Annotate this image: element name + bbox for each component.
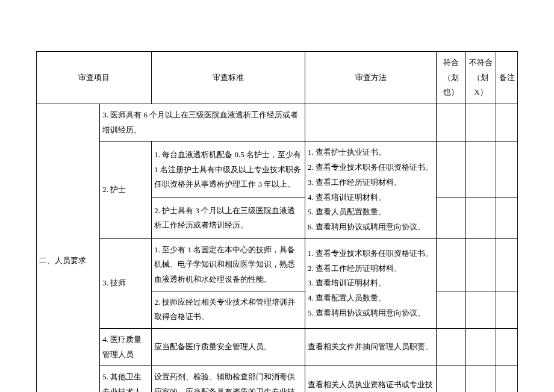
header-row: 审查项目 审查标准 审查方法 符合（划也） 不符合（划 X） 备注 bbox=[37, 52, 518, 104]
nurse-std2: 2. 护士具有 3 个月以上在三级医院血液透析工作经历或者培训经历。 bbox=[152, 198, 305, 238]
nurse-std1: 1. 每台血液透析机配备 0.5 名护士，至少有 1 名注册护士具有中级及以上专… bbox=[152, 142, 305, 198]
note-cell bbox=[496, 291, 518, 328]
conform-cell bbox=[437, 238, 465, 291]
table-row: 3. 技师 1. 至少有 1 名固定在本中心的技师，具备机械、电子学知识和相应医… bbox=[37, 238, 518, 291]
note-cell bbox=[496, 104, 518, 142]
conform-cell bbox=[437, 366, 465, 392]
table-row: 2. 护士 1. 每台血液透析机配备 0.5 名护士，至少有 1 名注册护士具有… bbox=[37, 142, 518, 198]
conform-cell bbox=[437, 142, 465, 198]
note-cell bbox=[496, 238, 518, 291]
nonconform-cell bbox=[465, 142, 496, 198]
header-note: 备注 bbox=[496, 52, 518, 104]
header-nonconform: 不符合（划 X） bbox=[465, 52, 496, 104]
tech-std2: 2. 技师应经过相关专业技术和管理培训并取得合格证书。 bbox=[152, 291, 305, 328]
header-project: 审查项目 bbox=[37, 52, 152, 104]
note-cell bbox=[496, 366, 518, 392]
other-std: 设置药剂、检验、辅助检查部门和消毒供应室的，应当配备具有资质的卫生专业技术人员。 bbox=[152, 366, 305, 392]
tech-std1: 1. 至少有 1 名固定在本中心的技师，具备机械、电子学知识和相应医学知识，熟悉… bbox=[152, 238, 305, 291]
conform-cell bbox=[437, 291, 465, 328]
nurse-label: 2. 护士 bbox=[100, 142, 152, 238]
other-method: 查看相关人员执业资格证书或专业技术职务任职资格证书等。 bbox=[305, 366, 437, 392]
table-row: 4. 医疗质量管理人员 应当配备医疗质量安全管理人员。 查看相关文件并抽问管理人… bbox=[37, 329, 518, 366]
doctor-method-empty bbox=[305, 104, 437, 142]
doctor-standard: 3. 医师具有 6 个月以上在三级医院血液透析工作经历或者培训经历。 bbox=[100, 104, 305, 142]
table-row: 5. 其他卫生专业技术人员 设置药剂、检验、辅助检查部门和消毒供应室的，应当配备… bbox=[37, 366, 518, 392]
other-label: 5. 其他卫生专业技术人员 bbox=[100, 366, 152, 392]
tech-label: 3. 技师 bbox=[100, 238, 152, 328]
conform-cell bbox=[437, 104, 465, 142]
note-cell bbox=[496, 198, 518, 238]
nonconform-cell bbox=[465, 366, 496, 392]
header-standard: 审查标准 bbox=[152, 52, 305, 104]
header-method: 审查方法 bbox=[305, 52, 437, 104]
inspection-table: 审查项目 审查标准 审查方法 符合（划也） 不符合（划 X） 备注 二、人员要求… bbox=[36, 51, 518, 392]
conform-cell bbox=[437, 329, 465, 366]
nurse-method: 1. 查看护士执业证书。 2. 查看专业技术职务任职资格证书。 3. 查看工作经… bbox=[305, 142, 437, 238]
nonconform-cell bbox=[465, 198, 496, 238]
tech-method: 1. 查看专业技术职务任职资格证书。 2. 查看工作经历证明材料。 3. 查看培… bbox=[305, 238, 437, 328]
conform-cell bbox=[437, 198, 465, 238]
qm-std: 应当配备医疗质量安全管理人员。 bbox=[152, 329, 305, 366]
nonconform-cell bbox=[465, 329, 496, 366]
nonconform-cell bbox=[465, 238, 496, 291]
header-conform: 符合（划也） bbox=[437, 52, 465, 104]
category-cell: 二、人员要求 bbox=[37, 104, 100, 392]
table-row: 二、人员要求 3. 医师具有 6 个月以上在三级医院血液透析工作经历或者培训经历… bbox=[37, 104, 518, 142]
nonconform-cell bbox=[465, 104, 496, 142]
note-cell bbox=[496, 142, 518, 198]
qm-method: 查看相关文件并抽问管理人员职责。 bbox=[305, 329, 437, 366]
note-cell bbox=[496, 329, 518, 366]
qm-label: 4. 医疗质量管理人员 bbox=[100, 329, 152, 366]
nonconform-cell bbox=[465, 291, 496, 328]
